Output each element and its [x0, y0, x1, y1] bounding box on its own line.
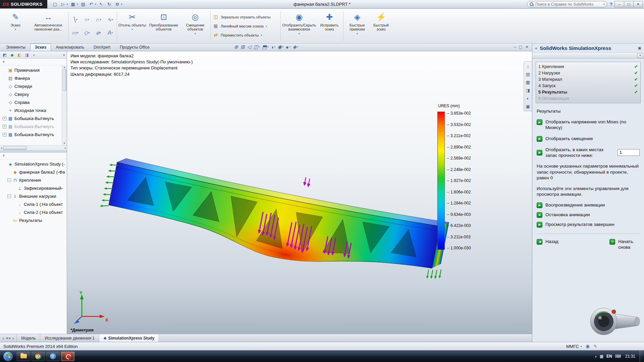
- options-gear-icon[interactable]: ⚙: [114, 1, 121, 8]
- move-caret-icon[interactable]: ▾: [261, 34, 262, 37]
- trim-entities-button[interactable]: ✂ Отсечь объекты ▾: [118, 10, 146, 43]
- move-entities-button[interactable]: ⇄ Переместить объекты ▾: [212, 32, 279, 39]
- appearances-icon[interactable]: ◐: [527, 96, 529, 101]
- scroll-down-icon[interactable]: ▼: [63, 142, 66, 145]
- back-button[interactable]: ◀ Назад: [537, 239, 558, 245]
- step-material[interactable]: 3 Материал✔: [538, 76, 638, 82]
- polygon-tool-icon[interactable]: ◇▾: [81, 26, 92, 39]
- tab-dimxpert[interactable]: DimXpert: [89, 44, 115, 51]
- open-icon[interactable]: ▷: [59, 1, 67, 8]
- section-view-icon[interactable]: ◫▾: [253, 44, 260, 50]
- hide-show-items-icon[interactable]: ◉▾: [277, 44, 283, 50]
- linear-pattern-caret-icon[interactable]: ▾: [266, 25, 267, 28]
- collapse-icon[interactable]: −: [7, 194, 11, 198]
- fos-input[interactable]: [618, 149, 640, 156]
- tree-item-top-plane[interactable]: ◇Сверху: [0, 90, 62, 98]
- zoom-area-icon[interactable]: ⊞: [240, 44, 245, 50]
- taskbar-explorer-button[interactable]: [17, 352, 30, 361]
- tree-item-front-plane[interactable]: ◇Спереди: [0, 82, 62, 90]
- collapse-pane-icon[interactable]: «: [535, 46, 537, 51]
- displaymanager-tab-icon[interactable]: ◐: [31, 52, 37, 58]
- tree-item-force-2[interactable]: ↓Сила-2 (:На объект: [9, 208, 67, 216]
- save-caret-icon[interactable]: ▾: [77, 3, 78, 6]
- expand-icon[interactable]: +: [3, 133, 6, 136]
- keyboard-icon[interactable]: ⌨: [615, 354, 621, 359]
- select-arrow-icon[interactable]: ↖: [98, 1, 105, 8]
- sketch-caret-icon[interactable]: ▾: [15, 28, 16, 31]
- trim-caret-icon[interactable]: ▾: [131, 28, 133, 31]
- doc-minimize-icon[interactable]: –: [514, 45, 516, 49]
- tree-horizontal-scrollbar[interactable]: ◂ ▸: [0, 145, 67, 150]
- display-relations-button[interactable]: ◉ Отобразить/Скрыть взаимосвязи ▾: [282, 10, 317, 43]
- tree-item-extrude3[interactable]: +▦Бобышка-Вытянуть: [0, 130, 62, 138]
- taskbar-media-button[interactable]: ♪: [46, 352, 60, 361]
- offset-entities-button[interactable]: ◎ Смещение объектов ▾: [181, 10, 209, 43]
- step-run[interactable]: 4 Запуск✔: [538, 82, 638, 89]
- play-animation-button[interactable]: ▶ Воспроизведение анимации: [537, 202, 640, 208]
- tree-item-external-loads[interactable]: −⇓Внешние нагрузки: [5, 192, 67, 200]
- show-hidden-icons[interactable]: ▴: [595, 355, 597, 358]
- first-tab-icon[interactable]: «: [2, 336, 4, 340]
- design-library-icon[interactable]: ▤: [526, 72, 530, 77]
- tab-features[interactable]: Элементы: [1, 44, 30, 51]
- line-tool-icon[interactable]: ╲▾: [69, 13, 80, 26]
- resources-icon[interactable]: ⌂: [527, 64, 529, 69]
- filter-funnel-icon[interactable]: ▼: [2, 154, 5, 158]
- tree-item-material[interactable]: ▤Фанера: [0, 74, 62, 82]
- tree-item-annotations[interactable]: ▣Примечания: [0, 66, 62, 74]
- units-selector[interactable]: ММГС: [566, 344, 579, 349]
- done-viewing-button[interactable]: ▶ Просмотр результатов завершен: [537, 222, 640, 228]
- tree-item-fixtures[interactable]: −⊓Крепления: [5, 176, 67, 184]
- tree-item-fixed-geometry[interactable]: ⊥Зафиксированный-: [9, 184, 67, 192]
- previous-view-icon[interactable]: ◁: [247, 44, 251, 50]
- rapid-sketch-button[interactable]: ⚡ Быстрый эскиз: [370, 10, 392, 43]
- show-fos-button[interactable]: ▶ Отобразить, в каких местах запас прочн…: [537, 147, 640, 159]
- options-caret-icon[interactable]: ▾: [121, 3, 122, 6]
- tray-status-icon[interactable]: ▦: [600, 354, 603, 359]
- view-orientation-icon[interactable]: ⬒▾: [262, 44, 268, 50]
- repair-sketch-button[interactable]: ✚ Исправить эскиз: [317, 10, 342, 43]
- minimize-button[interactable]: –: [614, 1, 624, 7]
- stop-animation-button[interactable]: ■ Остановка анимации: [537, 212, 640, 218]
- tree-item-right-plane[interactable]: ◇Справа: [0, 98, 62, 106]
- step-results[interactable]: 5 Результаты✔: [538, 89, 638, 95]
- spline-tool-icon[interactable]: ∿▾: [105, 13, 116, 26]
- next-tab-icon[interactable]: ▸: [9, 336, 11, 340]
- arc-tool-icon[interactable]: ∩▾: [93, 13, 104, 26]
- close-button[interactable]: ✕: [633, 1, 643, 7]
- mirror-entities-button[interactable]: ◫ Зеркально отразить объекты: [212, 14, 279, 20]
- linear-pattern-button[interactable]: ▦ Линейный массив эскиза ▾: [212, 23, 279, 29]
- scroll-right-icon[interactable]: ▸: [65, 146, 66, 149]
- scrollbar-thumb[interactable]: [63, 69, 66, 91]
- file-explorer-icon[interactable]: ▦: [526, 80, 530, 85]
- save-icon[interactable]: ▦: [69, 1, 77, 8]
- rebuild-icon[interactable]: ↻: [106, 1, 113, 8]
- graphics-area[interactable]: Имя модели: фанерная балка2 Имя исследов…: [67, 51, 532, 334]
- propertymanager-tab-icon[interactable]: ◆: [9, 52, 15, 58]
- simulation-filter-bar[interactable]: ▼: [0, 153, 67, 159]
- ellipse-tool-icon[interactable]: ⌀▾: [93, 26, 104, 39]
- help-icon[interactable]: ?: [610, 2, 612, 7]
- tree-item-force-1[interactable]: ↓Сила-1 (:На объект: [9, 200, 67, 208]
- sketch-button[interactable]: ✎ Эскиз ▾: [1, 10, 30, 43]
- taskbar-solidworks-button[interactable]: [61, 352, 74, 361]
- tree-vertical-scrollbar[interactable]: ▲ ▼: [62, 65, 67, 145]
- edit-appearance-icon[interactable]: ●▾: [286, 44, 290, 50]
- tab-model[interactable]: Модель: [17, 334, 40, 342]
- search-input[interactable]: [535, 2, 602, 7]
- scroll-left-icon[interactable]: ◂: [1, 146, 2, 149]
- doc-restore-icon[interactable]: ▢: [519, 45, 523, 49]
- view-palette-icon[interactable]: ◨: [526, 88, 530, 93]
- units-caret-icon[interactable]: ▾: [581, 345, 582, 348]
- undo-caret-icon[interactable]: ▾: [95, 3, 96, 6]
- rectangle-tool-icon[interactable]: ▭▾: [69, 26, 80, 39]
- clock[interactable]: 21:31: [624, 354, 637, 359]
- maximize-button[interactable]: ▢: [624, 1, 634, 7]
- tab-evaluate[interactable]: Анализировать: [51, 44, 89, 51]
- restart-button[interactable]: ↻ Начать снова: [609, 239, 640, 250]
- tree-item-part[interactable]: ◆фанерная балка2 (-Фа: [5, 168, 67, 176]
- tree-item-extrude2[interactable]: +▦Бобышка-Вытянуть: [0, 122, 62, 130]
- doc-close-icon[interactable]: ✕: [525, 45, 529, 49]
- circle-tool-icon[interactable]: ○▾: [81, 13, 92, 26]
- panel-splitter[interactable]: [0, 150, 67, 153]
